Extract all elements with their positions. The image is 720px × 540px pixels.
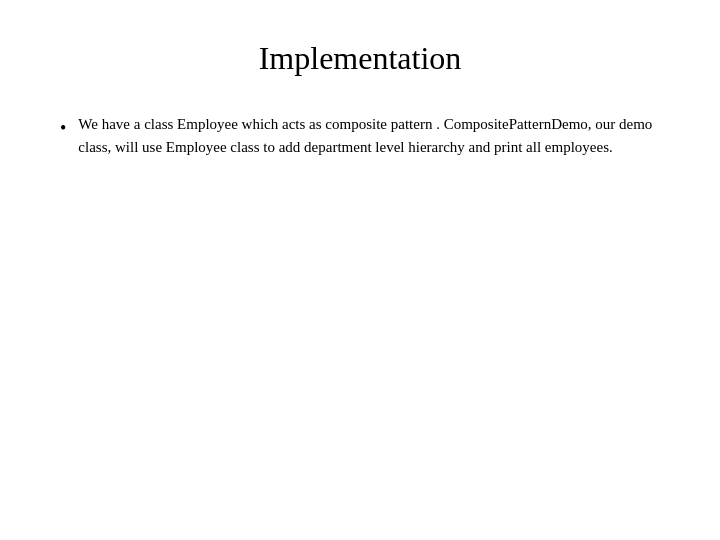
slide-content: • We have a class Employee which acts as…	[60, 113, 660, 500]
bullet-text-1: We have a class Employee which acts as c…	[78, 113, 660, 160]
bullet-item-1: • We have a class Employee which acts as…	[60, 113, 660, 160]
slide-title: Implementation	[60, 40, 660, 77]
slide-container: Implementation • We have a class Employe…	[0, 0, 720, 540]
bullet-dot-1: •	[60, 115, 66, 142]
